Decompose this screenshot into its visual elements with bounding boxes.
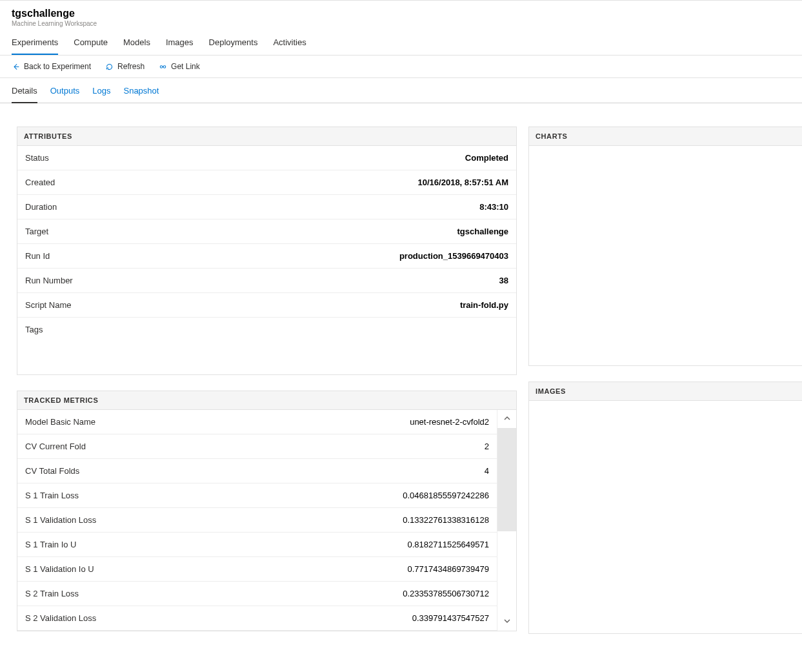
- subtab-logs[interactable]: Logs: [92, 86, 110, 103]
- metrics-scrollbar[interactable]: [497, 410, 516, 631]
- tab-activities[interactable]: Activities: [273, 34, 306, 55]
- scroll-down-button[interactable]: [497, 613, 516, 631]
- metric-row: S 1 Train Io U 0.8182711525649571: [17, 533, 497, 557]
- workspace-subtitle: Machine Learning Workspace: [12, 20, 790, 27]
- attr-label: Status: [25, 153, 49, 163]
- scroll-up-button[interactable]: [497, 410, 516, 428]
- chevron-up-icon: [504, 414, 510, 423]
- svg-point-0: [160, 65, 163, 68]
- subtab-details[interactable]: Details: [12, 86, 37, 103]
- tracked-metrics-panel: TRACKED METRICS Model Basic Name unet-re…: [17, 391, 517, 631]
- attr-label: Tags: [25, 325, 43, 334]
- scroll-thumb[interactable]: [497, 428, 516, 531]
- charts-panel: CHARTS: [528, 127, 802, 366]
- metric-row: S 1 Validation Loss 0.13322761338316128: [17, 508, 497, 533]
- attr-label: Run Number: [25, 276, 73, 285]
- attr-value: production_1539669470403: [399, 251, 508, 261]
- attr-row-scriptname: Script Name train-fold.py: [17, 293, 516, 318]
- metric-row: CV Current Fold 2: [17, 434, 497, 459]
- attr-label: Duration: [25, 202, 57, 212]
- attr-value: 38: [499, 276, 508, 285]
- refresh-button[interactable]: Refresh: [105, 62, 145, 71]
- metric-value: 0.13322761338316128: [403, 515, 489, 525]
- metric-row: S 1 Validation Io U 0.7717434869739479: [17, 557, 497, 582]
- top-nav-tabs: Experiments Compute Models Images Deploy…: [12, 34, 790, 55]
- attr-value: 10/16/2018, 8:57:51 AM: [418, 178, 508, 187]
- workspace-title: tgschallenge: [12, 7, 790, 19]
- attr-value: train-fold.py: [460, 300, 508, 310]
- metric-value: 4: [485, 466, 489, 476]
- images-header: IMAGES: [529, 382, 802, 401]
- metric-value: 0.8182711525649571: [407, 540, 489, 549]
- attr-row-target: Target tgschallenge: [17, 219, 516, 244]
- tab-compute[interactable]: Compute: [74, 34, 108, 55]
- metric-value: 0.339791437547527: [412, 613, 489, 623]
- back-to-experiment-button[interactable]: Back to Experiment: [12, 62, 91, 71]
- refresh-label: Refresh: [117, 62, 145, 71]
- metric-row: Model Basic Name unet-resnet-2-cvfold2: [17, 410, 497, 434]
- charts-body: [529, 146, 802, 365]
- run-sub-tabs: Details Outputs Logs Snapshot: [0, 78, 802, 103]
- metric-label: CV Total Folds: [25, 466, 79, 476]
- metric-value: 0.23353785506730712: [403, 589, 489, 598]
- attr-value: tgschallenge: [457, 227, 508, 236]
- attr-label: Created: [25, 178, 55, 187]
- subtab-outputs[interactable]: Outputs: [50, 86, 80, 103]
- tab-deployments[interactable]: Deployments: [209, 34, 258, 55]
- metric-row: S 2 Train Loss 0.23353785506730712: [17, 582, 497, 606]
- get-link-button[interactable]: Get Link: [159, 62, 200, 71]
- images-panel: IMAGES: [528, 382, 802, 634]
- attributes-panel: ATTRIBUTES Status Completed Created 10/1…: [17, 127, 517, 375]
- metric-value: 0.04681855597242286: [403, 491, 489, 500]
- scroll-track[interactable]: [497, 428, 516, 613]
- attr-value: 8:43:10: [479, 202, 508, 212]
- back-label: Back to Experiment: [24, 62, 91, 71]
- run-toolbar: Back to Experiment Refresh Get Link: [0, 56, 802, 78]
- tab-images[interactable]: Images: [166, 34, 194, 55]
- metric-value: unet-resnet-2-cvfold2: [410, 417, 489, 427]
- attr-row-status: Status Completed: [17, 146, 516, 170]
- attr-row-tags: Tags: [17, 318, 516, 374]
- metric-value: 0.7717434869739479: [407, 564, 489, 574]
- get-link-label: Get Link: [171, 62, 200, 71]
- metric-row: CV Total Folds 4: [17, 459, 497, 484]
- attr-label: Target: [25, 227, 48, 236]
- svg-point-1: [163, 65, 166, 68]
- metric-label: S 1 Train Loss: [25, 491, 79, 500]
- metric-label: CV Current Fold: [25, 442, 86, 451]
- arrow-left-icon: [12, 63, 20, 71]
- metric-label: S 2 Validation Loss: [25, 613, 96, 623]
- attr-value: Completed: [465, 153, 508, 163]
- metrics-list: Model Basic Name unet-resnet-2-cvfold2 C…: [17, 410, 497, 631]
- attr-row-created: Created 10/16/2018, 8:57:51 AM: [17, 170, 516, 195]
- tab-experiments[interactable]: Experiments: [12, 34, 58, 55]
- refresh-icon: [105, 63, 114, 71]
- metric-label: Model Basic Name: [25, 417, 95, 427]
- images-body: [529, 401, 802, 633]
- metric-row: S 1 Train Loss 0.04681855597242286: [17, 484, 497, 508]
- attr-row-duration: Duration 8:43:10: [17, 195, 516, 219]
- attr-row-runnumber: Run Number 38: [17, 269, 516, 293]
- metric-label: S 1 Train Io U: [25, 540, 76, 549]
- link-icon: [159, 63, 167, 71]
- tab-models[interactable]: Models: [123, 34, 150, 55]
- metric-row: S 2 Validation Loss 0.339791437547527: [17, 606, 497, 631]
- metric-label: S 1 Validation Io U: [25, 564, 94, 574]
- metric-value: 2: [485, 442, 489, 451]
- attr-label: Run Id: [25, 251, 50, 261]
- attr-label: Script Name: [25, 300, 72, 310]
- workspace-header: tgschallenge Machine Learning Workspace …: [0, 1, 802, 56]
- charts-header: CHARTS: [529, 127, 802, 146]
- metric-label: S 1 Validation Loss: [25, 515, 96, 525]
- chevron-down-icon: [504, 617, 510, 626]
- subtab-snapshot[interactable]: Snapshot: [123, 86, 159, 103]
- metric-label: S 2 Train Loss: [25, 589, 79, 598]
- attr-row-runid: Run Id production_1539669470403: [17, 244, 516, 269]
- attributes-header: ATTRIBUTES: [17, 127, 516, 146]
- metrics-header: TRACKED METRICS: [17, 391, 516, 410]
